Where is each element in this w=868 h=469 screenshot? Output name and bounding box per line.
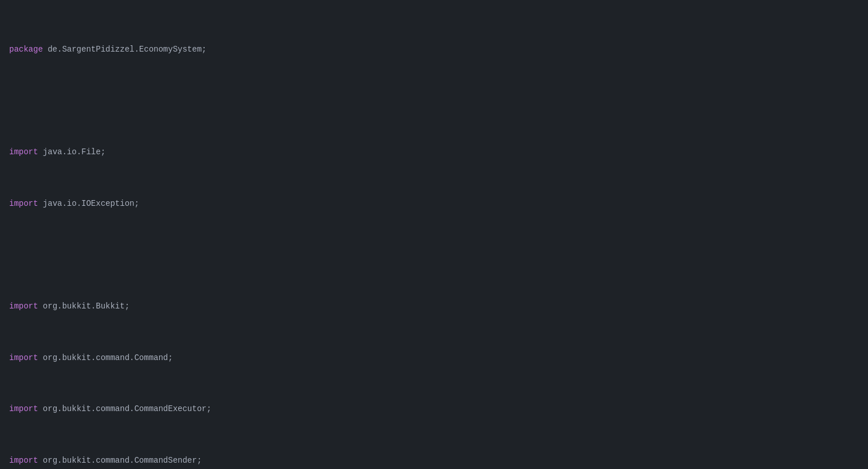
line-content-4: import java.io.IOException;: [9, 197, 859, 210]
line-9: import org.bukkit.command.CommandSender;: [0, 454, 868, 467]
line-4: import java.io.IOException;: [0, 197, 868, 210]
line-1: package de.SargentPidizzel.EconomySystem…: [0, 43, 868, 56]
line-7: import org.bukkit.command.Command;: [0, 351, 868, 364]
line-2: [0, 95, 868, 107]
line-5: [0, 248, 868, 261]
line-content-3: import java.io.File;: [9, 146, 859, 158]
line-content-9: import org.bukkit.command.CommandSender;: [9, 454, 859, 467]
line-8: import org.bukkit.command.CommandExecuto…: [0, 402, 868, 415]
line-content-7: import org.bukkit.command.Command;: [9, 351, 859, 364]
line-content-1: package de.SargentPidizzel.EconomySystem…: [9, 43, 859, 56]
line-3: import java.io.File;: [0, 146, 868, 158]
code-editor: package de.SargentPidizzel.EconomySystem…: [0, 0, 868, 469]
line-content-8: import org.bukkit.command.CommandExecuto…: [9, 402, 859, 415]
line-6: import org.bukkit.Bukkit;: [0, 300, 868, 312]
line-content-6: import org.bukkit.Bukkit;: [9, 300, 859, 312]
